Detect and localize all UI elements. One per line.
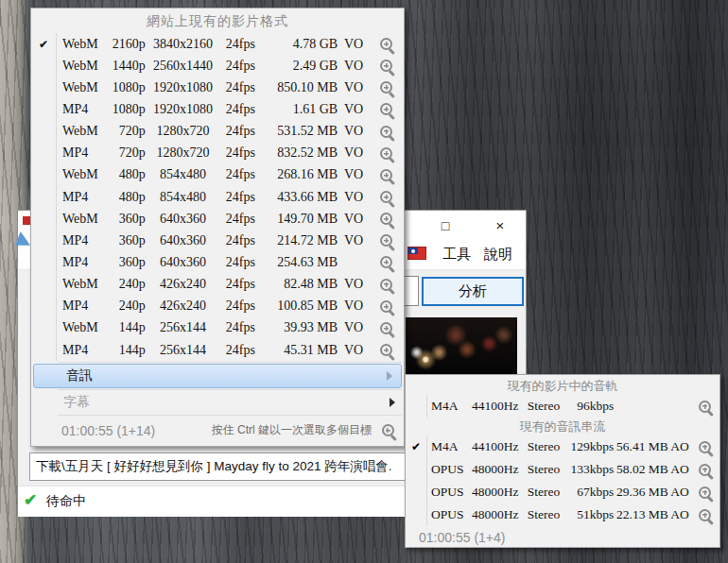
container-cell: WebM: [62, 277, 104, 292]
quality-cell: 240p: [104, 299, 146, 314]
sample-rate-cell: 44100Hz: [468, 439, 523, 454]
magnifier-icon: [380, 234, 392, 247]
preview-zoom-button[interactable]: [691, 503, 719, 526]
container-cell: MP4: [62, 299, 104, 314]
video-format-row[interactable]: ✔ WebM 720p 1280x720 24fps 531.52 MB VO: [31, 121, 404, 143]
stream-flag-cell: AO: [668, 439, 691, 454]
quality-cell: 1440p: [104, 59, 146, 74]
stream-flag-cell: AO: [668, 507, 691, 522]
preview-zoom-button[interactable]: [370, 339, 404, 361]
taiwan-flag-icon[interactable]: [407, 247, 426, 260]
preview-zoom-button[interactable]: [370, 296, 404, 317]
magnifier-icon: [699, 464, 711, 476]
container-cell: WebM: [62, 320, 104, 335]
video-format-row[interactable]: ✔ MP4 1080p 1920x1080 24fps 1.61 GB VO: [31, 98, 404, 120]
preview-zoom-button[interactable]: [370, 55, 404, 77]
bitrate-cell: 51kbps: [564, 507, 614, 522]
footer-zoom-button[interactable]: [372, 417, 404, 444]
codec-cell: M4A: [431, 399, 468, 414]
preview-zoom-button[interactable]: [370, 251, 404, 273]
video-format-row[interactable]: ✔ WebM 144p 256x144 24fps 39.93 MB VO: [31, 317, 404, 339]
preview-zoom-button[interactable]: [370, 274, 404, 296]
magnifier-icon: [699, 509, 711, 521]
magnifier-icon: [380, 103, 392, 115]
dimensions-cell: 1920x1080: [146, 80, 221, 95]
audio-format-row[interactable]: ✔ OPUS 48000Hz Stereo 67kbps 29.36 MB AO: [406, 481, 719, 503]
video-format-row[interactable]: ✔ MP4 480p 854x480 24fps 433.66 MB VO: [31, 186, 404, 208]
menubar-item-help[interactable]: 說明: [484, 246, 512, 264]
stream-flag-cell: VO: [338, 145, 370, 161]
video-format-row[interactable]: ✔ WebM 240p 426x240 24fps 82.48 MB VO: [31, 274, 404, 296]
container-cell: MP4: [62, 145, 104, 161]
video-format-row[interactable]: ✔ MP4 720p 1280x720 24fps 832.52 MB VO: [31, 143, 404, 164]
audio-menu-footer: 01:00:55 (1+4): [406, 526, 719, 548]
channels-cell: Stereo: [523, 462, 565, 477]
preview-zoom-button[interactable]: [691, 481, 719, 503]
size-cell: 850.10 MB: [260, 80, 338, 95]
video-format-row[interactable]: ✔ WebM 2160p 3840x2160 24fps 4.78 GB VO: [31, 33, 404, 55]
video-format-row[interactable]: ✔ WebM 1080p 1920x1080 24fps 850.10 MB V…: [31, 77, 404, 98]
check-icon: ✔: [31, 55, 57, 77]
duration-count-text: 01:00:55 (1+14): [61, 423, 155, 438]
stream-flag-cell: AO: [668, 462, 691, 477]
preview-zoom-button[interactable]: [370, 186, 404, 208]
video-format-list: ✔ WebM 2160p 3840x2160 24fps 4.78 GB VO …: [31, 33, 404, 361]
stream-flag-cell: VO: [338, 212, 370, 227]
preview-zoom-button[interactable]: [691, 435, 719, 458]
channels-cell: Stereo: [523, 507, 565, 522]
preview-zoom-button[interactable]: [370, 317, 404, 339]
video-format-row[interactable]: ✔ MP4 360p 640x360 24fps 254.63 MB: [31, 251, 404, 273]
close-button[interactable]: ×: [491, 216, 510, 235]
fps-cell: 24fps: [220, 277, 260, 292]
preview-zoom-button[interactable]: [370, 230, 404, 251]
video-format-row[interactable]: ✔ MP4 144p 256x144 24fps 45.31 MB VO: [31, 339, 404, 361]
audio-format-row[interactable]: ✔ M4A 44100Hz Stereo 129kbps 56.41 MB AO: [406, 435, 719, 458]
preview-zoom-button[interactable]: [370, 33, 404, 55]
stream-flag-cell: VO: [338, 124, 370, 139]
audio-format-row[interactable]: ✔ OPUS 48000Hz Stereo 51kbps 22.13 MB AO: [406, 503, 719, 526]
check-icon: ✔: [31, 121, 57, 143]
bitrate-cell: 129kbps: [564, 439, 614, 454]
dimensions-cell: 426x240: [146, 299, 221, 314]
audio-format-row[interactable]: ✔ OPUS 48000Hz Stereo 133kbps 58.02 MB A…: [406, 458, 719, 481]
quality-cell: 360p: [104, 212, 146, 227]
magnifier-icon: [380, 126, 392, 138]
video-format-row[interactable]: ✔ WebM 480p 854x480 24fps 268.16 MB VO: [31, 164, 404, 186]
container-cell: WebM: [62, 59, 104, 74]
preview-zoom-button[interactable]: [370, 77, 404, 98]
app-logo-icon: [23, 216, 30, 225]
stream-flag-cell: VO: [338, 277, 370, 292]
menu-item-subtitles[interactable]: 字幕: [31, 391, 404, 414]
video-format-row[interactable]: ✔ MP4 240p 426x240 24fps 100.85 MB VO: [31, 296, 404, 317]
audio-format-row[interactable]: ✔ M4A 44100Hz Stereo 96kbps: [406, 395, 719, 418]
preview-zoom-button[interactable]: [691, 395, 719, 418]
size-cell: 1.61 GB: [260, 102, 338, 117]
video-format-row[interactable]: ✔ MP4 360p 640x360 24fps 214.72 MB VO: [31, 230, 404, 251]
check-icon: ✔: [31, 339, 57, 361]
fps-cell: 24fps: [220, 233, 260, 248]
stream-flag-cell: VO: [338, 233, 370, 248]
preview-zoom-button[interactable]: [370, 164, 404, 186]
fps-cell: 24fps: [220, 37, 260, 52]
channels-cell: Stereo: [523, 485, 565, 500]
dimensions-cell: 426x240: [146, 277, 221, 292]
menubar-item-tools[interactable]: 工具: [442, 246, 471, 264]
menu-item-audio[interactable]: 音訊: [33, 364, 402, 388]
output-path-field[interactable]: [29, 452, 419, 481]
preview-zoom-button[interactable]: [370, 98, 404, 120]
maximize-button[interactable]: □: [436, 216, 455, 235]
video-format-row[interactable]: ✔ WebM 1440p 2560x1440 24fps 2.49 GB VO: [31, 55, 404, 77]
preview-zoom-button[interactable]: [370, 208, 404, 230]
magnifier-icon: [382, 424, 394, 436]
preview-zoom-button[interactable]: [691, 458, 719, 481]
preview-zoom-button[interactable]: [370, 143, 404, 164]
video-format-row[interactable]: ✔ WebM 360p 640x360 24fps 149.70 MB VO: [31, 208, 404, 230]
stream-flag-cell: AO: [668, 485, 691, 500]
check-icon: ✔: [406, 435, 427, 458]
analyze-button[interactable]: 分析: [422, 277, 524, 306]
preview-zoom-button[interactable]: [370, 121, 404, 143]
fps-cell: 24fps: [220, 343, 260, 358]
dimensions-cell: 640x360: [146, 255, 221, 270]
dimensions-cell: 640x360: [146, 212, 221, 227]
dimensions-cell: 256x144: [146, 343, 221, 358]
